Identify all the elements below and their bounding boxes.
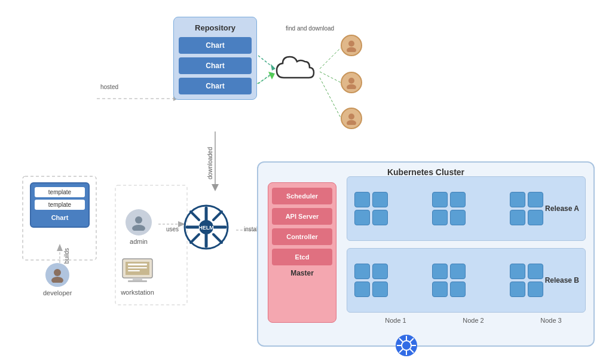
svg-point-26 xyxy=(347,84,356,89)
user-icon-1 xyxy=(341,35,362,56)
helm-container: HELM xyxy=(182,203,230,253)
pod xyxy=(432,264,448,279)
release-b-label: Release B xyxy=(545,276,579,285)
admin-container: admin xyxy=(126,209,152,245)
svg-rect-36 xyxy=(128,267,147,268)
svg-point-28 xyxy=(347,120,356,125)
workstation-label: workstation xyxy=(120,289,155,296)
pod xyxy=(528,192,543,207)
svg-point-29 xyxy=(54,269,61,276)
svg-line-48 xyxy=(213,212,222,220)
svg-rect-37 xyxy=(128,270,140,271)
svg-line-46 xyxy=(191,212,199,220)
svg-point-23 xyxy=(348,41,354,47)
pod xyxy=(450,192,466,207)
chart-box-label: Chart xyxy=(35,212,85,223)
svg-line-9 xyxy=(320,78,341,118)
pods-node2-release-a xyxy=(432,192,466,225)
user-icon-3 xyxy=(341,108,362,129)
cloud-icon xyxy=(272,51,320,87)
svg-line-47 xyxy=(213,234,222,243)
api-server-component: API Server xyxy=(272,208,332,225)
svg-point-25 xyxy=(348,78,354,84)
release-a-row: Release A xyxy=(347,176,586,241)
template-label-1: template xyxy=(35,187,85,197)
chart-btn-3: Chart xyxy=(179,78,252,94)
pod xyxy=(432,192,448,207)
node2-label: Node 2 xyxy=(455,317,491,324)
admin-label: admin xyxy=(126,238,152,245)
svg-marker-14 xyxy=(57,244,63,251)
kubernetes-logo xyxy=(394,334,418,357)
repository-box: Repository Chart Chart Chart xyxy=(173,17,257,100)
svg-rect-35 xyxy=(128,264,147,265)
helm-icon: HELM xyxy=(182,203,230,251)
pod xyxy=(354,192,370,207)
etcd-component: Etcd xyxy=(272,249,332,265)
label-hosted: hosted xyxy=(100,84,118,90)
pod xyxy=(450,210,466,225)
pod xyxy=(510,192,525,207)
svg-line-11 xyxy=(258,73,273,84)
developer-label: developer xyxy=(43,289,72,296)
svg-line-5 xyxy=(257,75,272,84)
chart-btn-2: Chart xyxy=(179,57,252,74)
pods-node2-release-b xyxy=(432,264,466,297)
label-uses: uses xyxy=(166,226,179,233)
developer-container: developer xyxy=(43,263,72,296)
svg-point-32 xyxy=(132,225,145,231)
pod xyxy=(528,264,543,279)
admin-avatar xyxy=(126,209,152,235)
pods-node3-release-b xyxy=(510,264,543,297)
pod xyxy=(354,282,370,297)
pod xyxy=(354,264,370,279)
svg-line-10 xyxy=(258,56,273,67)
label-builds: builds xyxy=(63,248,70,264)
pod xyxy=(528,282,543,297)
pods-node1-release-a xyxy=(354,192,388,225)
pod xyxy=(450,264,466,279)
pod xyxy=(528,210,543,225)
pod xyxy=(354,210,370,225)
workstation-icon xyxy=(120,257,155,284)
pod xyxy=(372,264,388,279)
node1-label: Node 1 xyxy=(378,317,414,324)
svg-marker-4 xyxy=(212,184,219,191)
node3-label: Node 3 xyxy=(533,317,569,324)
repository-title: Repository xyxy=(179,23,252,32)
pod xyxy=(510,210,525,225)
diagram: Repository Chart Chart Chart find and do… xyxy=(0,0,612,364)
pods-node3-release-a xyxy=(510,192,543,225)
chart-box-left: template template Chart xyxy=(30,182,90,228)
pod xyxy=(432,282,448,297)
controller-component: Controller xyxy=(272,228,332,245)
svg-line-8 xyxy=(320,72,341,82)
svg-text:HELM: HELM xyxy=(198,225,214,231)
master-label: Master xyxy=(272,269,332,277)
pod xyxy=(372,210,388,225)
workstation-container: workstation xyxy=(120,257,155,296)
scheduler-component: Scheduler xyxy=(272,188,332,204)
pod xyxy=(432,210,448,225)
pod xyxy=(450,282,466,297)
label-find-download: find and download xyxy=(286,25,334,32)
master-panel: Scheduler API Server Controller Etcd Mas… xyxy=(268,182,336,323)
pod xyxy=(510,282,525,297)
pod xyxy=(372,192,388,207)
user-icon-2 xyxy=(341,72,362,93)
pods-node1-release-b xyxy=(354,264,388,297)
svg-line-49 xyxy=(191,234,199,243)
svg-rect-38 xyxy=(133,278,142,280)
release-a-label: Release A xyxy=(545,204,579,213)
svg-point-31 xyxy=(135,216,142,224)
svg-point-24 xyxy=(347,47,356,52)
svg-point-27 xyxy=(348,114,354,120)
svg-line-7 xyxy=(320,48,341,69)
template-label-2: template xyxy=(35,200,85,210)
developer-avatar xyxy=(45,263,69,287)
pod xyxy=(372,282,388,297)
release-b-row: Release B xyxy=(347,248,586,313)
pod xyxy=(510,264,525,279)
label-downloaded: downloaded xyxy=(207,147,213,179)
cloud-container xyxy=(272,51,320,87)
